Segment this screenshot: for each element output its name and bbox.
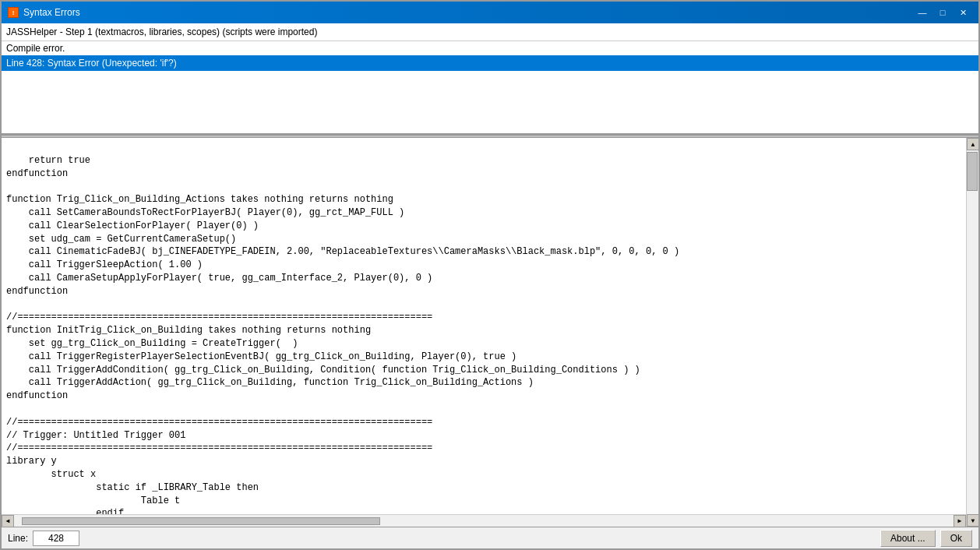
code-scroll-area: return true endfunction function Trig_Cl…	[2, 138, 978, 527]
title-bar: ! Syntax Errors — □ ✕	[2, 2, 978, 23]
scroll-left-arrow[interactable]: ◀	[2, 515, 14, 527]
info-bar: JASSHelper - Step 1 (textmacros, librari…	[2, 23, 978, 41]
window-title: Syntax Errors	[23, 7, 80, 18]
compile-error-text: Compile error.	[6, 43, 65, 54]
code-area[interactable]: return true endfunction function Trig_Cl…	[2, 138, 966, 514]
status-buttons: About ... Ok	[880, 530, 972, 547]
scrollbar-x-track[interactable]	[14, 517, 954, 525]
vertical-scrollbar[interactable]: ▲ ▼	[966, 138, 978, 527]
title-buttons: — □ ✕	[913, 5, 972, 20]
status-bar: Line: About ... Ok	[2, 527, 978, 548]
error-list-empty	[2, 71, 978, 133]
scrollbar-thumb-v[interactable]	[967, 152, 978, 191]
content-area: JASSHelper - Step 1 (textmacros, librari…	[2, 23, 978, 548]
scrollbar-x-thumb[interactable]	[22, 517, 380, 525]
scroll-down-arrow[interactable]: ▼	[967, 514, 978, 527]
error-item-selected[interactable]: Line 428: Syntax Error (Unexpected: 'if'…	[2, 55, 978, 71]
scroll-right-arrow[interactable]: ▶	[954, 515, 966, 527]
error-item-text: Line 428: Syntax Error (Unexpected: 'if'…	[6, 58, 177, 69]
window-icon: !	[8, 7, 19, 18]
scroll-up-arrow[interactable]: ▲	[967, 138, 978, 150]
code-main: return true endfunction function Trig_Cl…	[2, 138, 966, 527]
code-content: return true endfunction function Trig_Cl…	[2, 138, 966, 514]
maximize-button[interactable]: □	[933, 5, 952, 20]
scroll-track-v[interactable]	[967, 150, 978, 514]
ok-button[interactable]: Ok	[940, 530, 972, 547]
minimize-button[interactable]: —	[913, 5, 932, 20]
status-left: Line:	[8, 531, 79, 546]
error-list[interactable]: Line 428: Syntax Error (Unexpected: 'if'…	[2, 55, 978, 135]
line-number-input[interactable]	[33, 531, 79, 546]
close-button[interactable]: ✕	[954, 5, 972, 20]
syntax-errors-window: ! Syntax Errors — □ ✕ JASSHelper - Step …	[0, 0, 980, 550]
line-label: Line:	[8, 533, 28, 544]
horizontal-scrollbar[interactable]: ◀ ▶	[2, 514, 966, 527]
about-button[interactable]: About ...	[880, 530, 936, 547]
info-text: JASSHelper - Step 1 (textmacros, librari…	[6, 26, 317, 37]
title-bar-left: ! Syntax Errors	[8, 7, 80, 18]
compile-error-label: Compile error.	[2, 41, 978, 55]
